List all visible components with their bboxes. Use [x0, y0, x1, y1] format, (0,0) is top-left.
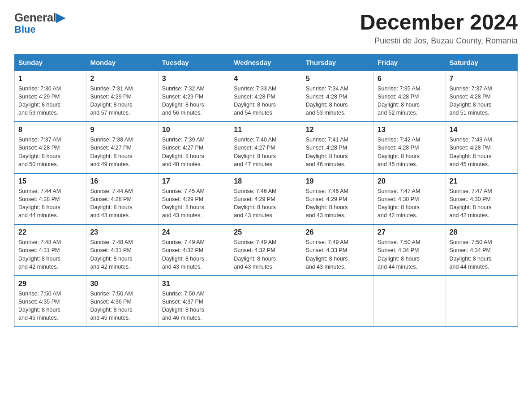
- calendar-cell: 23 Sunrise: 7:48 AMSunset: 4:31 PMDaylig…: [86, 224, 158, 276]
- day-number: 30: [90, 280, 154, 288]
- calendar-cell: 16 Sunrise: 7:44 AMSunset: 4:28 PMDaylig…: [86, 173, 158, 225]
- location-text: Puiestii de Jos, Buzau County, Romania: [360, 36, 518, 46]
- day-info: Sunrise: 7:44 AMSunset: 4:28 PMDaylight:…: [90, 188, 133, 218]
- day-number: 29: [18, 280, 82, 288]
- calendar-cell: [446, 276, 517, 327]
- day-number: 23: [90, 228, 154, 236]
- calendar-table: Sunday Monday Tuesday Wednesday Thursday…: [14, 54, 518, 328]
- day-number: 11: [234, 126, 298, 134]
- day-number: 4: [234, 75, 298, 83]
- day-info: Sunrise: 7:50 AMSunset: 4:37 PMDaylight:…: [162, 291, 205, 321]
- col-sunday: Sunday: [15, 54, 86, 71]
- day-info: Sunrise: 7:47 AMSunset: 4:30 PMDaylight:…: [378, 188, 420, 218]
- day-info: Sunrise: 7:44 AMSunset: 4:28 PMDaylight:…: [18, 188, 61, 218]
- day-info: Sunrise: 7:38 AMSunset: 4:27 PMDaylight:…: [90, 137, 133, 167]
- day-number: 25: [234, 228, 298, 236]
- day-number: 6: [378, 75, 442, 83]
- day-number: 3: [162, 75, 226, 83]
- day-info: Sunrise: 7:49 AMSunset: 4:32 PMDaylight:…: [162, 239, 205, 270]
- day-number: 1: [18, 75, 82, 83]
- calendar-cell: 24 Sunrise: 7:49 AMSunset: 4:32 PMDaylig…: [158, 224, 230, 276]
- day-info: Sunrise: 7:40 AMSunset: 4:27 PMDaylight:…: [234, 137, 276, 167]
- day-info: Sunrise: 7:34 AMSunset: 4:28 PMDaylight:…: [306, 86, 348, 116]
- calendar-cell: 3 Sunrise: 7:32 AMSunset: 4:29 PMDayligh…: [158, 71, 230, 122]
- calendar-cell: 19 Sunrise: 7:46 AMSunset: 4:29 PMDaylig…: [302, 173, 373, 225]
- day-info: Sunrise: 7:50 AMSunset: 4:34 PMDaylight:…: [378, 239, 420, 270]
- calendar-cell: 14 Sunrise: 7:43 AMSunset: 4:28 PMDaylig…: [446, 122, 517, 173]
- day-number: 27: [378, 228, 442, 236]
- calendar-cell: [230, 276, 302, 327]
- day-info: Sunrise: 7:37 AMSunset: 4:28 PMDaylight:…: [18, 137, 61, 167]
- day-info: Sunrise: 7:46 AMSunset: 4:29 PMDaylight:…: [234, 188, 276, 218]
- day-number: 12: [306, 126, 370, 134]
- day-info: Sunrise: 7:30 AMSunset: 4:29 PMDaylight:…: [18, 86, 61, 116]
- day-info: Sunrise: 7:49 AMSunset: 4:33 PMDaylight:…: [306, 239, 348, 270]
- calendar-cell: 13 Sunrise: 7:42 AMSunset: 4:28 PMDaylig…: [374, 122, 446, 173]
- calendar-week-row: 8 Sunrise: 7:37 AMSunset: 4:28 PMDayligh…: [15, 122, 518, 173]
- day-number: 7: [450, 75, 514, 83]
- logo-blue-text: Blue: [14, 24, 36, 35]
- calendar-cell: 30 Sunrise: 7:50 AMSunset: 4:36 PMDaylig…: [86, 276, 158, 327]
- day-number: 22: [18, 228, 82, 236]
- day-info: Sunrise: 7:33 AMSunset: 4:28 PMDaylight:…: [234, 86, 276, 116]
- calendar-cell: 21 Sunrise: 7:47 AMSunset: 4:30 PMDaylig…: [446, 173, 517, 225]
- calendar-cell: 26 Sunrise: 7:49 AMSunset: 4:33 PMDaylig…: [302, 224, 373, 276]
- day-info: Sunrise: 7:35 AMSunset: 4:28 PMDaylight:…: [378, 86, 420, 116]
- calendar-week-row: 22 Sunrise: 7:48 AMSunset: 4:31 PMDaylig…: [15, 224, 518, 276]
- calendar-cell: 31 Sunrise: 7:50 AMSunset: 4:37 PMDaylig…: [158, 276, 230, 327]
- calendar-cell: 12 Sunrise: 7:41 AMSunset: 4:28 PMDaylig…: [302, 122, 373, 173]
- calendar-cell: 1 Sunrise: 7:30 AMSunset: 4:29 PMDayligh…: [15, 71, 86, 122]
- day-info: Sunrise: 7:31 AMSunset: 4:29 PMDaylight:…: [90, 86, 133, 116]
- calendar-cell: 11 Sunrise: 7:40 AMSunset: 4:27 PMDaylig…: [230, 122, 302, 173]
- col-saturday: Saturday: [446, 54, 517, 71]
- calendar-week-row: 1 Sunrise: 7:30 AMSunset: 4:29 PMDayligh…: [15, 71, 518, 122]
- day-number: 20: [378, 177, 442, 185]
- day-info: Sunrise: 7:41 AMSunset: 4:28 PMDaylight:…: [306, 137, 348, 167]
- day-info: Sunrise: 7:37 AMSunset: 4:28 PMDaylight:…: [450, 86, 492, 116]
- calendar-cell: 22 Sunrise: 7:48 AMSunset: 4:31 PMDaylig…: [15, 224, 86, 276]
- logo: General▶ Blue: [14, 11, 65, 35]
- day-info: Sunrise: 7:50 AMSunset: 4:35 PMDaylight:…: [18, 291, 61, 321]
- day-info: Sunrise: 7:43 AMSunset: 4:28 PMDaylight:…: [450, 137, 492, 167]
- col-monday: Monday: [86, 54, 158, 71]
- calendar-cell: 5 Sunrise: 7:34 AMSunset: 4:28 PMDayligh…: [302, 71, 373, 122]
- col-friday: Friday: [374, 54, 446, 71]
- day-number: 13: [378, 126, 442, 134]
- calendar-cell: 4 Sunrise: 7:33 AMSunset: 4:28 PMDayligh…: [230, 71, 302, 122]
- col-thursday: Thursday: [302, 54, 373, 71]
- day-number: 10: [162, 126, 226, 134]
- day-number: 16: [90, 177, 154, 185]
- day-info: Sunrise: 7:46 AMSunset: 4:29 PMDaylight:…: [306, 188, 348, 218]
- day-number: 14: [450, 126, 514, 134]
- day-info: Sunrise: 7:32 AMSunset: 4:29 PMDaylight:…: [162, 86, 205, 116]
- day-info: Sunrise: 7:50 AMSunset: 4:34 PMDaylight:…: [450, 239, 492, 270]
- calendar-cell: [302, 276, 373, 327]
- day-info: Sunrise: 7:49 AMSunset: 4:32 PMDaylight:…: [234, 239, 276, 270]
- calendar-header-row: Sunday Monday Tuesday Wednesday Thursday…: [15, 54, 518, 71]
- calendar-week-row: 29 Sunrise: 7:50 AMSunset: 4:35 PMDaylig…: [15, 276, 518, 327]
- day-info: Sunrise: 7:50 AMSunset: 4:36 PMDaylight:…: [90, 291, 133, 321]
- day-number: 21: [450, 177, 514, 185]
- day-number: 15: [18, 177, 82, 185]
- col-tuesday: Tuesday: [158, 54, 230, 71]
- month-title: December 2024: [360, 11, 518, 34]
- day-info: Sunrise: 7:39 AMSunset: 4:27 PMDaylight:…: [162, 137, 205, 167]
- day-info: Sunrise: 7:45 AMSunset: 4:29 PMDaylight:…: [162, 188, 205, 218]
- day-info: Sunrise: 7:48 AMSunset: 4:31 PMDaylight:…: [18, 239, 61, 270]
- calendar-cell: 17 Sunrise: 7:45 AMSunset: 4:29 PMDaylig…: [158, 173, 230, 225]
- logo-general-text: General▶: [14, 11, 65, 25]
- day-number: 18: [234, 177, 298, 185]
- calendar-cell: 27 Sunrise: 7:50 AMSunset: 4:34 PMDaylig…: [374, 224, 446, 276]
- day-info: Sunrise: 7:48 AMSunset: 4:31 PMDaylight:…: [90, 239, 133, 270]
- day-number: 26: [306, 228, 370, 236]
- calendar-cell: 28 Sunrise: 7:50 AMSunset: 4:34 PMDaylig…: [446, 224, 517, 276]
- day-number: 19: [306, 177, 370, 185]
- day-info: Sunrise: 7:42 AMSunset: 4:28 PMDaylight:…: [378, 137, 420, 167]
- calendar-cell: 15 Sunrise: 7:44 AMSunset: 4:28 PMDaylig…: [15, 173, 86, 225]
- calendar-week-row: 15 Sunrise: 7:44 AMSunset: 4:28 PMDaylig…: [15, 173, 518, 225]
- day-number: 17: [162, 177, 226, 185]
- col-wednesday: Wednesday: [230, 54, 302, 71]
- day-number: 31: [162, 280, 226, 288]
- calendar-cell: 10 Sunrise: 7:39 AMSunset: 4:27 PMDaylig…: [158, 122, 230, 173]
- calendar-cell: [374, 276, 446, 327]
